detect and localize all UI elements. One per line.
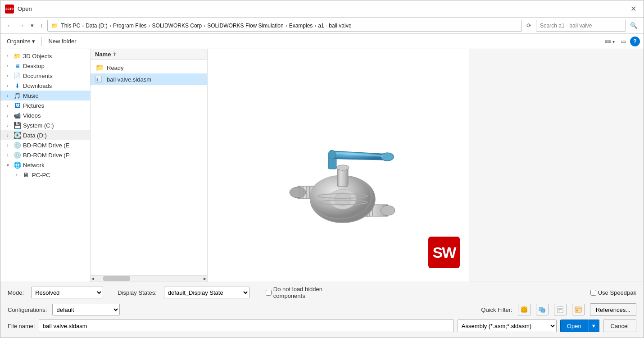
- sidebar-item-pictures[interactable]: › 🖼 Pictures: [0, 100, 90, 110]
- forward-button[interactable]: →: [16, 21, 27, 30]
- do-not-load-field[interactable]: Do not load hiddencomponents: [266, 286, 322, 300]
- expand-icon: ›: [4, 122, 11, 129]
- quick-filter-templates-button[interactable]: [572, 304, 585, 315]
- file-item-ball-valve[interactable]: S ball valve.sldasm: [91, 73, 207, 85]
- help-button[interactable]: ?: [630, 37, 640, 46]
- sidebar-item-videos[interactable]: › 📹 Videos: [0, 110, 90, 120]
- sidebar-item-pc-pc[interactable]: › 🖥 PC-PC: [0, 170, 90, 180]
- sidebar-label: BD-ROM Drive (E: [23, 142, 86, 149]
- new-folder-button[interactable]: New folder: [45, 37, 79, 46]
- optical-icon: 💿: [13, 142, 21, 149]
- sidebar-label: Data (D:): [23, 132, 86, 139]
- cancel-button[interactable]: Cancel: [603, 320, 636, 332]
- sidebar-item-downloads[interactable]: › ⬇ Downloads: [0, 81, 90, 91]
- file-name-input[interactable]: [39, 320, 454, 332]
- options-row-1: Mode: Resolved Lightweight Large Assembl…: [8, 286, 636, 300]
- recent-locations-button[interactable]: ▾: [28, 21, 36, 30]
- open-button[interactable]: Open: [560, 320, 588, 332]
- quick-filter-assemblies-button[interactable]: [536, 304, 549, 315]
- main-content: › 📁 3D Objects › 🖥 Desktop › 📄 Documents…: [0, 49, 644, 282]
- sidebar-label: BD-ROM Drive (F:: [23, 152, 86, 159]
- display-states-dropdown[interactable]: default_Display State: [164, 287, 249, 298]
- search-button[interactable]: 🔍: [628, 21, 640, 30]
- desktop-icon: 🖥: [13, 62, 21, 69]
- svg-text:SW: SW: [433, 244, 457, 261]
- svg-text:S: S: [96, 78, 99, 81]
- file-item-ready[interactable]: 📁 Ready: [91, 62, 207, 73]
- file-name-label: File name:: [8, 323, 35, 329]
- do-not-load-label: Do not load hiddencomponents: [273, 286, 322, 300]
- references-button[interactable]: References...: [590, 303, 636, 316]
- solidworks-logo: SW: [428, 237, 460, 268]
- mode-label: Mode:: [8, 289, 24, 296]
- file-type-select[interactable]: Assembly (*.asm;*.sldasm) Part (*.prt;*.…: [458, 320, 557, 332]
- mode-dropdown[interactable]: Resolved Lightweight Large Assembly Mode…: [31, 287, 103, 298]
- path-item-programfiles[interactable]: Program Files: [113, 23, 147, 29]
- organize-button[interactable]: Organize ▾: [4, 37, 38, 46]
- sidebar-item-data-d[interactable]: › 💽 Data (D:): [0, 130, 90, 140]
- drive-icon: 💽: [13, 132, 21, 139]
- svg-point-11: [381, 206, 395, 215]
- optical-icon: 💿: [13, 151, 21, 159]
- folder-icon: 📁: [95, 64, 104, 72]
- sldasm-icon: S: [95, 75, 104, 83]
- quick-filter-label: Quick Filter:: [481, 306, 512, 313]
- sidebar-label: Pictures: [23, 102, 86, 109]
- quick-filter-drawings-button[interactable]: [554, 304, 567, 315]
- file-list-header[interactable]: Name ⬆: [91, 49, 207, 60]
- quick-filter-parts-button[interactable]: [518, 304, 531, 315]
- view-toggle-button[interactable]: ▭: [619, 37, 628, 46]
- svg-point-24: [335, 193, 351, 206]
- open-button-group: Open ▼: [560, 320, 599, 332]
- address-bar: ← → ▾ ↑ 📁 This PC › Data (D:) › Program …: [0, 18, 644, 34]
- sidebar-item-bdrom-f[interactable]: › 💿 BD-ROM Drive (F:: [0, 150, 90, 160]
- expand-icon: ›: [4, 142, 11, 149]
- sidebar-item-desktop[interactable]: › 🖥 Desktop: [0, 61, 90, 71]
- expand-icon: ›: [4, 92, 11, 99]
- toolbar-right: ≡≡ ▾ ▭ ?: [603, 37, 640, 46]
- svg-point-22: [328, 150, 336, 159]
- file-list: 📁 Ready S ball valve.sldasm: [91, 60, 207, 275]
- download-icon: ⬇: [13, 82, 21, 89]
- view-options-button[interactable]: ≡≡ ▾: [603, 37, 617, 46]
- sidebar-item-3d-objects[interactable]: › 📁 3D Objects: [0, 51, 90, 61]
- sidebar-label: Downloads: [23, 82, 86, 89]
- path-item-data[interactable]: Data (D:): [86, 23, 108, 29]
- scroll-thumb[interactable]: [103, 276, 130, 281]
- svg-rect-39: [576, 310, 578, 311]
- path-item-swflow[interactable]: SOLIDWORKS Flow Simulation: [207, 23, 283, 29]
- search-input[interactable]: [536, 20, 626, 32]
- open-dropdown-button[interactable]: ▼: [588, 320, 599, 332]
- path-item-swcorp[interactable]: SOLIDWORKS Corp: [152, 23, 202, 29]
- sidebar-item-music[interactable]: › 🎵 Music: [0, 91, 90, 100]
- refresh-button[interactable]: ⟳: [524, 21, 534, 30]
- expand-icon: ›: [4, 52, 11, 59]
- ball-valve-svg: [262, 84, 415, 247]
- use-speedpak-field[interactable]: Use Speedpak: [590, 289, 636, 296]
- path-item-thispc[interactable]: This PC: [61, 23, 81, 29]
- address-path[interactable]: 📁 This PC › Data (D:) › Program Files › …: [47, 20, 522, 32]
- back-button[interactable]: ←: [4, 21, 14, 30]
- sidebar-item-network[interactable]: ▾ 🌐 Network: [0, 160, 90, 170]
- music-icon: 🎵: [13, 92, 21, 99]
- docs-icon: 📄: [13, 72, 21, 79]
- sidebar-item-bdrom-e[interactable]: › 💿 BD-ROM Drive (E: [0, 140, 90, 150]
- path-item-ballvalve[interactable]: a1 - ball valve: [318, 23, 351, 29]
- do-not-load-checkbox[interactable]: [266, 290, 272, 296]
- path-item-examples[interactable]: Examples: [289, 23, 313, 29]
- expand-icon: ›: [4, 72, 11, 79]
- configurations-dropdown[interactable]: default: [52, 304, 120, 315]
- sidebar-item-system-c[interactable]: › 💾 System (C:): [0, 120, 90, 130]
- up-button[interactable]: ↑: [38, 21, 45, 30]
- horizontal-scrollbar[interactable]: ◂ ▸: [91, 275, 207, 282]
- use-speedpak-checkbox[interactable]: [590, 290, 596, 296]
- file-name-row: File name: Assembly (*.asm;*.sldasm) Par…: [8, 320, 636, 332]
- videos-icon: 📹: [13, 112, 21, 119]
- close-button[interactable]: ✕: [627, 3, 639, 15]
- sidebar-label: Videos: [23, 112, 86, 119]
- bottom-panel: Mode: Resolved Lightweight Large Assembl…: [0, 282, 644, 338]
- name-column-header: Name: [95, 51, 111, 58]
- sidebar-item-documents[interactable]: › 📄 Documents: [0, 71, 90, 81]
- sidebar-label: System (C:): [23, 122, 86, 129]
- expand-icon: ›: [4, 102, 11, 109]
